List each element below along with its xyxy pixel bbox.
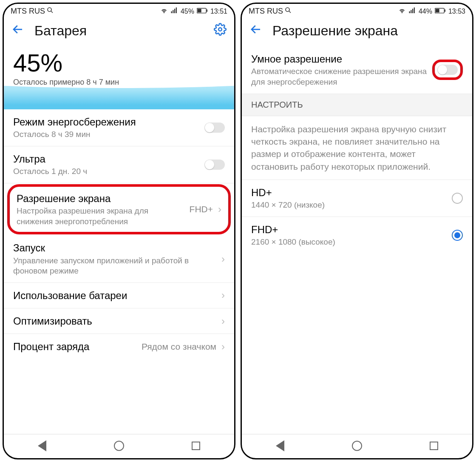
fhd-radio[interactable] <box>452 230 463 241</box>
svg-rect-4 <box>174 9 175 13</box>
ultra-toggle[interactable] <box>204 160 225 170</box>
power-save-sub: Осталось 8 ч 39 мин <box>13 129 199 140</box>
signal-icon <box>408 7 416 16</box>
nav-bar <box>242 434 472 458</box>
wifi-icon <box>398 7 406 16</box>
wifi-icon <box>160 7 168 16</box>
optimize-row[interactable]: Оптимизировать › <box>4 308 234 334</box>
header: Разрешение экрана <box>242 17 472 46</box>
svg-rect-5 <box>176 7 177 13</box>
fhd-option-row[interactable]: FHD+ 2160 × 1080 (высокое) <box>242 217 472 254</box>
phone-left: MTS RUS 45% 13:51 Батарея <box>3 3 235 459</box>
svg-rect-16 <box>414 7 415 13</box>
smart-resolution-row[interactable]: Умное разрешение Автоматическое снижение… <box>242 46 472 94</box>
chevron-right-icon: › <box>221 341 225 353</box>
svg-rect-18 <box>435 9 439 12</box>
launch-sub: Управление запуском приложений и работой… <box>13 256 216 277</box>
back-arrow-icon[interactable] <box>11 23 24 39</box>
svg-line-1 <box>51 11 53 13</box>
battery-percent-label: 44% <box>419 8 432 15</box>
power-save-title: Режим энергосбережения <box>13 115 199 128</box>
power-save-toggle[interactable] <box>204 123 225 133</box>
wave-background <box>4 71 234 109</box>
settings-list: Режим энергосбережения Осталось 8 ч 39 м… <box>4 109 234 434</box>
carrier-label: MTS RUS <box>249 7 283 16</box>
hd-sub: 1440 × 720 (низкое) <box>251 200 447 211</box>
percent-display-value: Рядом со значком <box>142 342 216 352</box>
gear-icon[interactable] <box>214 23 227 39</box>
fhd-sub: 2160 × 1080 (высокое) <box>251 237 447 248</box>
status-bar: MTS RUS 44% 13:53 <box>242 4 472 17</box>
configure-description: Настройка разрешения экрана вручную сниз… <box>242 116 472 180</box>
battery-remaining-label: Осталось примерно 8 ч 7 мин <box>13 78 225 87</box>
smart-resolution-toggle[interactable] <box>437 65 458 75</box>
usage-row[interactable]: Использование батареи › <box>4 283 234 308</box>
chevron-right-icon: › <box>221 253 225 265</box>
resolution-highlight: Разрешение экрана Настройка разрешения э… <box>7 184 231 235</box>
ultra-sub: Осталось 1 дн. 20 ч <box>13 166 199 177</box>
time-label: 13:53 <box>448 8 465 15</box>
svg-rect-14 <box>411 10 411 13</box>
chevron-right-icon: › <box>221 289 225 301</box>
percent-display-title: Процент заряда <box>13 340 136 353</box>
power-save-row[interactable]: Режим энергосбережения Осталось 8 ч 39 м… <box>4 109 234 146</box>
smart-resolution-sub: Автоматическое снижение разрешения экран… <box>251 66 427 87</box>
resolution-row[interactable]: Разрешение экрана Настройка разрешения э… <box>10 187 228 232</box>
search-icon <box>284 6 292 16</box>
optimize-title: Оптимизировать <box>13 314 216 328</box>
ultra-title: Ультра <box>13 152 199 165</box>
configure-section-header: НАСТРОИТЬ <box>242 94 472 116</box>
launch-row[interactable]: Запуск Управление запуском приложений и … <box>4 235 234 283</box>
page-title: Батарея <box>34 23 204 39</box>
time-label: 13:51 <box>210 8 227 15</box>
settings-list: Умное разрешение Автоматическое снижение… <box>242 46 472 434</box>
battery-hero: 45% Осталось примерно 8 ч 7 мин <box>4 46 234 109</box>
chevron-right-icon: › <box>218 203 221 215</box>
carrier-label: MTS RUS <box>11 7 45 16</box>
smart-resolution-title: Умное разрешение <box>251 52 427 66</box>
nav-bar <box>4 434 234 458</box>
percent-display-row[interactable]: Процент заряда Рядом со значком › <box>4 334 234 359</box>
launch-title: Запуск <box>13 241 216 254</box>
resolution-title: Разрешение экрана <box>17 192 184 205</box>
battery-icon <box>435 8 446 15</box>
back-arrow-icon[interactable] <box>249 23 262 39</box>
fhd-title: FHD+ <box>251 223 447 236</box>
usage-title: Использование батареи <box>13 289 216 302</box>
battery-percent-large: 45% <box>13 51 225 75</box>
signal-icon <box>170 7 178 16</box>
svg-line-12 <box>289 11 291 13</box>
battery-percent-label: 45% <box>181 8 194 15</box>
hd-radio[interactable] <box>452 193 463 204</box>
ultra-row[interactable]: Ультра Осталось 1 дн. 20 ч <box>4 146 234 183</box>
status-bar: MTS RUS 45% 13:51 <box>4 4 234 17</box>
nav-back-icon[interactable] <box>38 440 46 451</box>
svg-rect-7 <box>197 9 201 12</box>
header: Батарея <box>4 17 234 46</box>
svg-rect-2 <box>171 11 172 13</box>
svg-point-11 <box>286 8 289 11</box>
nav-home-icon[interactable] <box>352 441 362 451</box>
svg-rect-3 <box>173 10 173 13</box>
nav-back-icon[interactable] <box>276 440 284 451</box>
page-title: Разрешение экрана <box>272 23 465 39</box>
svg-rect-15 <box>412 9 413 13</box>
nav-recent-icon[interactable] <box>192 442 200 450</box>
svg-rect-13 <box>409 11 410 13</box>
hd-title: HD+ <box>251 186 447 199</box>
hd-option-row[interactable]: HD+ 1440 × 720 (низкое) <box>242 180 472 217</box>
svg-point-0 <box>48 8 51 11</box>
resolution-value: FHD+ <box>190 204 213 214</box>
chevron-right-icon: › <box>221 315 225 327</box>
svg-rect-19 <box>445 9 445 12</box>
svg-rect-8 <box>207 9 207 12</box>
resolution-sub: Настройка разрешения экрана для снижения… <box>17 206 184 227</box>
nav-recent-icon[interactable] <box>430 442 438 450</box>
svg-point-10 <box>218 28 222 31</box>
smart-toggle-highlight <box>432 60 463 80</box>
nav-home-icon[interactable] <box>114 441 124 451</box>
battery-icon <box>197 8 208 15</box>
phone-right: MTS RUS 44% 13:53 Разрешение экрана <box>241 3 473 459</box>
search-icon <box>46 6 54 16</box>
